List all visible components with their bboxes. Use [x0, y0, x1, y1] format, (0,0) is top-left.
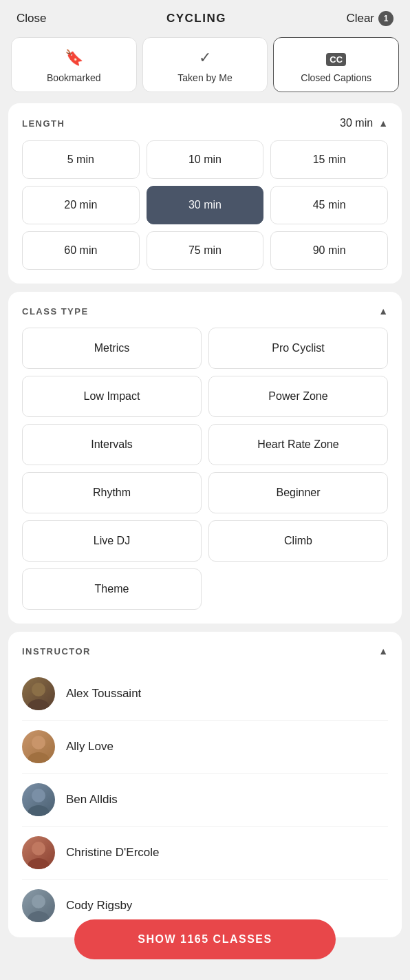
bookmarked-filter[interactable]: 🔖 Bookmarked: [11, 37, 137, 92]
instructor-title: INSTRUCTOR: [22, 646, 91, 657]
length-75min[interactable]: 75 min: [147, 231, 264, 270]
class-type-title: CLASS TYPE: [22, 306, 89, 317]
class-live-dj[interactable]: Live DJ: [22, 520, 202, 562]
length-10min[interactable]: 10 min: [147, 140, 264, 179]
instructor-collapse-toggle[interactable]: ▲: [378, 646, 388, 657]
svg-point-0: [32, 683, 45, 696]
avatar-ally-love: [22, 730, 55, 763]
instructor-name-alex-toussaint: Alex Toussaint: [66, 687, 141, 701]
instructor-header: INSTRUCTOR ▲: [22, 646, 388, 657]
instructor-name-cody-rigsby: Cody Rigsby: [66, 899, 132, 913]
taken-by-me-label: Taken by Me: [177, 72, 232, 83]
instructor-item-christine-dercole[interactable]: Christine D'Ercole: [22, 827, 388, 880]
length-grid: 5 min 10 min 15 min 20 min 30 min 45 min…: [22, 140, 388, 270]
svg-point-5: [28, 805, 50, 816]
class-climb[interactable]: Climb: [208, 520, 388, 562]
bookmark-icon: 🔖: [65, 49, 83, 67]
chevron-up-icon-instructor: ▲: [378, 646, 388, 657]
instructor-section: INSTRUCTOR ▲ Alex Toussaint Ally Love: [8, 632, 402, 937]
class-power-zone[interactable]: Power Zone: [208, 376, 388, 417]
length-60min[interactable]: 60 min: [22, 231, 140, 270]
length-45min[interactable]: 45 min: [270, 186, 388, 224]
avatar-christine-dercole: [22, 836, 55, 869]
class-type-section: CLASS TYPE ▲ Metrics Pro Cyclist Low Imp…: [8, 292, 402, 624]
class-heart-rate-zone[interactable]: Heart Rate Zone: [208, 424, 388, 465]
length-20min[interactable]: 20 min: [22, 186, 140, 224]
chevron-up-icon: ▲: [378, 118, 388, 129]
length-header: LENGTH 30 min ▲: [22, 117, 388, 129]
class-pro-cyclist[interactable]: Pro Cyclist: [208, 328, 388, 369]
svg-point-9: [28, 911, 50, 922]
clear-count-badge: 1: [378, 11, 393, 26]
chevron-up-icon-classtype: ▲: [378, 306, 388, 317]
taken-by-me-filter[interactable]: ✓ Taken by Me: [142, 37, 268, 92]
svg-point-3: [28, 752, 50, 763]
cc-badge: CC: [326, 53, 346, 66]
avatar-cody-rigsby: [22, 889, 55, 922]
instructor-item-alex-toussaint[interactable]: Alex Toussaint: [22, 668, 388, 721]
class-low-impact[interactable]: Low Impact: [22, 376, 202, 417]
check-icon: ✓: [199, 49, 211, 67]
instructor-list: Alex Toussaint Ally Love Ben Alldis Chri…: [22, 668, 388, 932]
instructor-name-ally-love: Ally Love: [66, 740, 114, 754]
instructor-name-christine-dercole: Christine D'Ercole: [66, 846, 160, 860]
bookmarked-label: Bookmarked: [47, 72, 101, 83]
length-15min[interactable]: 15 min: [270, 140, 388, 179]
class-type-header: CLASS TYPE ▲: [22, 306, 388, 317]
cc-icon: CC: [326, 49, 346, 67]
instructor-item-ben-alldis[interactable]: Ben Alldis: [22, 774, 388, 827]
svg-point-6: [32, 842, 45, 855]
instructor-item-ally-love[interactable]: Ally Love: [22, 721, 388, 774]
class-type-collapse-toggle[interactable]: ▲: [378, 306, 388, 317]
closed-captions-filter[interactable]: CC Closed Captions: [273, 37, 399, 92]
filter-row: 🔖 Bookmarked ✓ Taken by Me CC Closed Cap…: [0, 37, 410, 103]
clear-label: Clear: [346, 12, 374, 25]
length-selected-value: 30 min: [340, 117, 373, 129]
class-beginner[interactable]: Beginner: [208, 472, 388, 513]
class-type-grid: Metrics Pro Cyclist Low Impact Power Zon…: [22, 328, 388, 610]
closed-captions-label: Closed Captions: [301, 72, 371, 83]
class-intervals[interactable]: Intervals: [22, 424, 202, 465]
close-button[interactable]: Close: [17, 12, 46, 25]
avatar-ben-alldis: [22, 783, 55, 816]
page-title: CYCLING: [166, 12, 226, 25]
clear-button[interactable]: Clear 1: [346, 11, 393, 26]
class-rhythm[interactable]: Rhythm: [22, 472, 202, 513]
class-metrics[interactable]: Metrics: [22, 328, 202, 369]
length-section: LENGTH 30 min ▲ 5 min 10 min 15 min 20 m…: [8, 103, 402, 284]
avatar-alex-toussaint: [22, 677, 55, 710]
length-90min[interactable]: 90 min: [270, 231, 388, 270]
svg-point-7: [28, 858, 50, 869]
length-collapse-toggle[interactable]: 30 min ▲: [340, 117, 388, 129]
svg-point-1: [28, 699, 50, 710]
page: Close CYCLING Clear 1 🔖 Bookmarked ✓ Tak…: [0, 0, 410, 980]
header: Close CYCLING Clear 1: [0, 0, 410, 37]
class-theme[interactable]: Theme: [22, 568, 202, 610]
svg-point-2: [32, 736, 45, 749]
length-5min[interactable]: 5 min: [22, 140, 140, 179]
instructor-name-ben-alldis: Ben Alldis: [66, 793, 118, 807]
svg-point-8: [32, 895, 45, 908]
length-30min[interactable]: 30 min: [147, 186, 264, 224]
show-classes-button[interactable]: SHOW 1165 CLASSES: [74, 919, 336, 959]
length-title: LENGTH: [22, 118, 65, 129]
svg-point-4: [32, 789, 45, 802]
